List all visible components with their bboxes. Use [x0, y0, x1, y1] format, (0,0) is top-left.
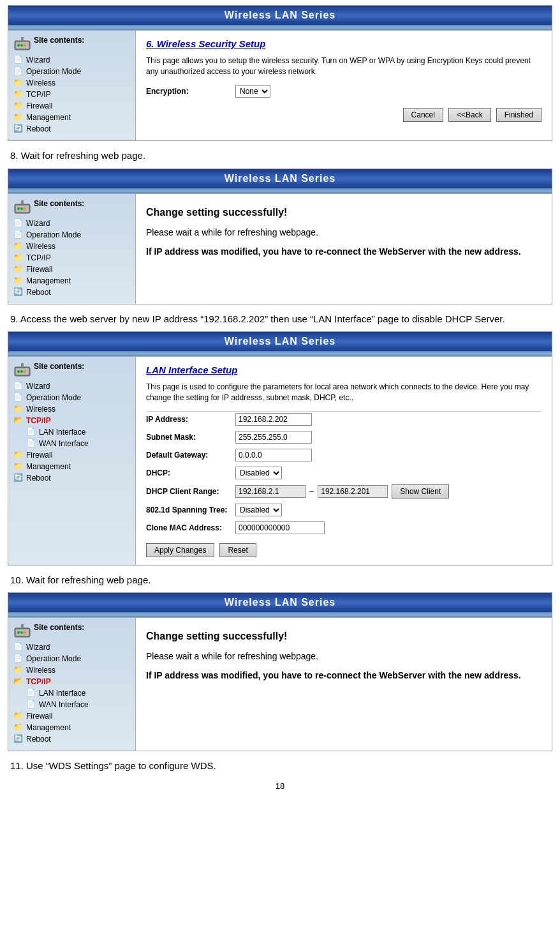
- sidebar-label-opmode-4: Operation Mode: [26, 654, 81, 663]
- header-title-4: Wireless LAN Series: [225, 597, 335, 608]
- sidebar-item-firewall-2[interactable]: 📁 Firewall: [13, 264, 130, 274]
- sidebar-title-4: Site contents:: [34, 623, 84, 632]
- sidebar-4: Site contents: 📄 Wizard 📄 Operation Mode…: [8, 618, 136, 751]
- sidebar-item-lan-4[interactable]: 📄 LAN Interface: [26, 688, 130, 698]
- sidebar-item-opmode-2[interactable]: 📄 Operation Mode: [13, 230, 130, 240]
- ip-address-input[interactable]: [235, 413, 312, 426]
- header-title-3: Wireless LAN Series: [225, 336, 335, 347]
- folder-icon-firewall-2: 📁: [13, 264, 24, 274]
- sidebar-item-reboot-1[interactable]: 🔄 Reboot: [13, 124, 130, 134]
- sidebar-item-wan-3[interactable]: 📄 WAN Interface: [26, 438, 130, 449]
- sidebar-label-reboot-2: Reboot: [26, 288, 51, 297]
- sidebar-item-wireless-3[interactable]: 📁 Wireless: [13, 404, 130, 414]
- subnet-mask-label: Subnet Mask:: [146, 433, 235, 442]
- svg-point-3: [20, 44, 23, 47]
- reset-button[interactable]: Reset: [219, 543, 256, 557]
- folder-icon-wireless-4: 📁: [13, 665, 24, 675]
- back-button[interactable]: <<Back: [448, 108, 491, 122]
- sidebar-item-reboot-4[interactable]: 🔄 Reboot: [13, 734, 130, 744]
- sidebar-item-reboot-3[interactable]: 🔄 Reboot: [13, 473, 130, 483]
- sidebar-item-management-1[interactable]: 📁 Management: [13, 112, 130, 123]
- sidebar-item-management-2[interactable]: 📁 Management: [13, 276, 130, 286]
- sidebar-router-icon-3: Site contents:: [13, 362, 130, 380]
- sidebar-label-wireless-2: Wireless: [26, 242, 55, 251]
- subnet-mask-input[interactable]: [235, 431, 312, 444]
- folder-icon-wireless-1: 📁: [13, 78, 24, 88]
- sidebar-item-management-4[interactable]: 📁 Management: [13, 723, 130, 733]
- sidebar-label-tcpip-3: TCP/IP: [26, 416, 51, 425]
- dhcp-range-end-input[interactable]: [318, 485, 388, 498]
- header-title-2: Wireless LAN Series: [225, 173, 335, 184]
- dhcp-range-container: – Show Client: [235, 484, 449, 498]
- sidebar-item-tcpip-2[interactable]: 📁 TCP/IP: [13, 253, 130, 263]
- sidebar-label-wizard-4: Wizard: [26, 643, 50, 652]
- sidebar-item-wizard-3[interactable]: 📄 Wizard: [13, 381, 130, 391]
- router-icon-svg-4: [13, 623, 31, 641]
- sidebar-item-lan-3[interactable]: 📄 LAN Interface: [26, 427, 130, 437]
- reboot-icon-2: 🔄: [13, 287, 24, 297]
- reboot-icon-3: 🔄: [13, 473, 24, 483]
- sidebar-item-tcpip-3[interactable]: 📂 TCP/IP: [13, 416, 130, 426]
- sidebar-item-wizard-2[interactable]: 📄 Wizard: [13, 218, 130, 229]
- sidebar-item-wireless-2[interactable]: 📁 Wireless: [13, 241, 130, 251]
- panel-body-2: Site contents: 📄 Wizard 📄 Operation Mode…: [8, 193, 552, 304]
- router-icon-svg-2: [13, 199, 31, 217]
- doc-icon-wizard-3: 📄: [13, 381, 24, 391]
- doc-icon-opmode-3: 📄: [13, 393, 24, 403]
- show-client-button[interactable]: Show Client: [392, 484, 449, 498]
- dhcp-client-range-label: DHCP Client Range:: [146, 487, 235, 496]
- panel-subheader-4: [8, 612, 552, 617]
- spanning-tree-select[interactable]: Disabled Enabled: [235, 504, 282, 516]
- clone-mac-input[interactable]: [235, 521, 325, 534]
- success-content-2: Change setting successfully! Please wait…: [136, 618, 531, 751]
- sidebar-item-tcpip-4[interactable]: 📂 TCP/IP: [13, 677, 130, 687]
- sidebar-label-management-3: Management: [26, 462, 71, 471]
- sidebar-label-management-2: Management: [26, 276, 71, 285]
- encryption-select[interactable]: None WEP WPA: [235, 85, 270, 98]
- sidebar-item-tcpip-1[interactable]: 📁 TCP/IP: [13, 89, 130, 100]
- cancel-button[interactable]: Cancel: [403, 108, 443, 122]
- sidebar-item-opmode-3[interactable]: 📄 Operation Mode: [13, 393, 130, 403]
- sidebar-item-opmode-4[interactable]: 📄 Operation Mode: [13, 654, 130, 664]
- default-gateway-input[interactable]: [235, 449, 312, 461]
- folder-icon-wireless-3: 📁: [13, 404, 24, 414]
- sidebar-item-wizard-4[interactable]: 📄 Wizard: [13, 642, 130, 652]
- apply-changes-button[interactable]: Apply Changes: [146, 543, 214, 557]
- dhcp-select[interactable]: Disabled Server Client: [235, 467, 282, 479]
- success-note-2: If IP address was modified, you have to …: [146, 670, 521, 680]
- doc-icon-opmode-4: 📄: [13, 654, 24, 664]
- sidebar-item-firewall-3[interactable]: 📁 Firewall: [13, 450, 130, 460]
- success-text-1: Please wait a while for refreshing webpa…: [146, 227, 521, 237]
- panel-subheader-2: [8, 188, 552, 193]
- svg-point-22: [24, 631, 26, 634]
- svg-point-8: [17, 207, 20, 210]
- sidebar-item-reboot-2[interactable]: 🔄 Reboot: [13, 287, 130, 297]
- main-content-1: 6. Wireless Security Setup This page all…: [136, 31, 552, 140]
- separator-3: [146, 411, 542, 412]
- success-note-1: If IP address was modified, you have to …: [146, 246, 521, 257]
- sidebar-item-wireless-4[interactable]: 📁 Wireless: [13, 665, 130, 675]
- success-title-1: Change setting successfully!: [146, 207, 521, 218]
- sidebar-label-wizard-2: Wizard: [26, 219, 50, 228]
- panel-wireless-security: Wireless LAN Series Site contents: 📄 Wiz…: [8, 5, 552, 141]
- svg-point-4: [24, 44, 26, 47]
- svg-point-14: [17, 370, 20, 373]
- panel-body-3: Site contents: 📄 Wizard 📄 Operation Mode…: [8, 356, 552, 565]
- sidebar-item-opmode-1[interactable]: 📄 Operation Mode: [13, 66, 130, 77]
- dhcp-range-start-input[interactable]: [235, 485, 306, 498]
- sidebar-item-firewall-4[interactable]: 📁 Firewall: [13, 711, 130, 721]
- panel-subheader-3: [8, 351, 552, 356]
- sidebar-item-firewall-1[interactable]: 📁 Firewall: [13, 101, 130, 111]
- sidebar-item-wan-4[interactable]: 📄 WAN Interface: [26, 700, 130, 710]
- finished-button[interactable]: Finished: [496, 108, 542, 122]
- sidebar-item-wizard-1[interactable]: 📄 Wizard: [13, 55, 130, 65]
- sidebar-item-wireless-1[interactable]: 📁 Wireless: [13, 78, 130, 88]
- sidebar-item-management-3[interactable]: 📁 Management: [13, 461, 130, 472]
- sidebar-label-wireless-1: Wireless: [26, 79, 55, 87]
- sidebar-tcpip-sub-4: 📄 LAN Interface 📄 WAN Interface: [26, 688, 130, 710]
- between-text-2: 9. Access the web server by new IP addre…: [10, 312, 550, 327]
- main-content-3: LAN Interface Setup This page is used to…: [136, 357, 552, 565]
- success-content-1: Change setting successfully! Please wait…: [136, 194, 531, 304]
- sidebar-1: Site contents: 📄 Wizard 📄 Operation Mode…: [8, 31, 136, 140]
- sidebar-label-reboot-1: Reboot: [26, 124, 51, 133]
